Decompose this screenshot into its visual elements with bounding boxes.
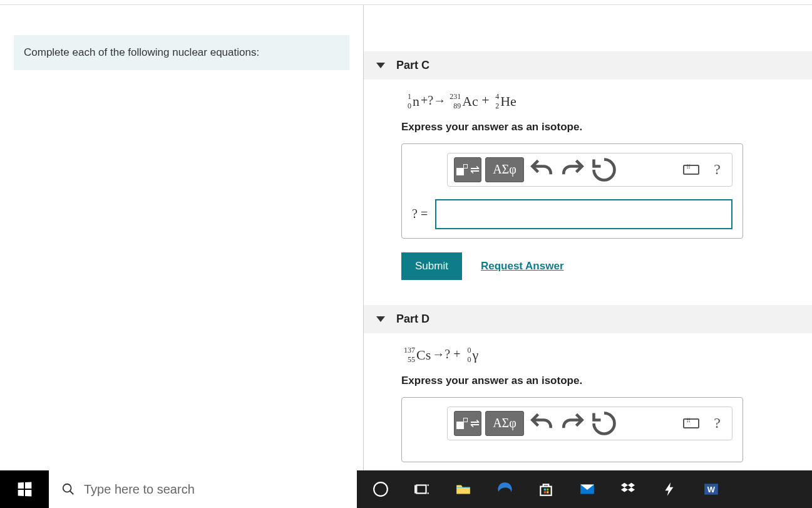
content-area: Complete each of the following nuclear e… [0, 5, 812, 470]
superscript-icon [456, 418, 468, 429]
keyboard-icon [683, 418, 699, 428]
undo-icon [528, 156, 555, 184]
help-button[interactable]: ? [709, 415, 726, 432]
part-d-title: Part D [396, 313, 429, 326]
edge-icon [496, 481, 513, 497]
atomic-number: 55 [408, 355, 415, 365]
atomic-number: 0 [408, 101, 411, 111]
arrows-icon: ⇌ [470, 163, 480, 177]
task-view-icon [414, 481, 430, 497]
superscript-icon [456, 164, 468, 175]
svg-text:W: W [707, 485, 716, 494]
part-c-body: 1 0 n +?→ 231 89 Ac + 4 2 He Express you… [364, 80, 812, 280]
keyboard-button[interactable] [677, 411, 705, 436]
reset-icon [590, 410, 618, 437]
store-button[interactable] [537, 480, 555, 498]
right-panel: Part C 1 0 n +?→ 231 89 Ac + 4 2 He [364, 5, 812, 470]
greek-letters-button[interactable]: ΑΣφ [485, 411, 524, 436]
redo-button[interactable] [559, 411, 587, 436]
element-symbol: He [499, 93, 516, 109]
submit-button[interactable]: Submit [401, 252, 462, 280]
undo-button[interactable] [528, 157, 555, 182]
element-symbol: n [411, 93, 419, 109]
svg-rect-3 [416, 485, 426, 494]
lightning-icon [662, 481, 678, 497]
windows-logo-icon [18, 482, 32, 496]
greek-letters-button[interactable]: ΑΣφ [485, 157, 524, 182]
part-c-equation: 1 0 n +?→ 231 89 Ac + 4 2 He [401, 92, 812, 110]
keyboard-icon [683, 165, 699, 175]
top-border [0, 0, 812, 5]
chevron-down-icon [376, 316, 385, 322]
mass-number: 1 [408, 92, 411, 101]
mass-number: 231 [450, 92, 461, 101]
svg-rect-11 [547, 491, 548, 493]
mass-number: 4 [495, 92, 499, 101]
reset-button[interactable] [590, 157, 618, 182]
template-button[interactable]: ⇌ [454, 411, 481, 436]
answer-input[interactable] [435, 199, 732, 229]
equation-text: + [478, 92, 493, 108]
part-c-header[interactable]: Part C [364, 51, 812, 80]
equation-text: +?→ [419, 93, 447, 107]
undo-button[interactable] [528, 411, 555, 436]
equation-toolbar: ⇌ ΑΣφ [447, 407, 732, 440]
part-d-instruction: Express your answer as an isotope. [401, 375, 812, 387]
search-placeholder: Type here to search [84, 482, 195, 497]
atomic-number: 2 [495, 101, 499, 111]
reset-icon [590, 156, 618, 184]
equation-text: →? + [431, 347, 465, 361]
help-button[interactable]: ? [709, 161, 726, 178]
part-d-equation: 137 55 Cs →? + 0 0 γ [401, 346, 812, 363]
windows-taskbar: Type here to search W [0, 470, 812, 508]
file-explorer-button[interactable] [455, 480, 472, 498]
cortana-button[interactable] [372, 480, 389, 498]
element-symbol: γ [471, 347, 478, 363]
atomic-number: 0 [467, 355, 471, 365]
svg-rect-10 [544, 491, 546, 493]
part-d-section: Part D 137 55 Cs →? + 0 0 γ Express your… [364, 305, 812, 462]
word-button[interactable]: W [702, 480, 720, 498]
svg-rect-8 [544, 489, 546, 490]
word-icon: W [703, 481, 719, 497]
app-button[interactable] [661, 480, 679, 498]
start-button[interactable] [0, 470, 49, 508]
mail-icon [579, 481, 595, 497]
template-button[interactable]: ⇌ [454, 157, 481, 182]
circle-icon [373, 481, 389, 497]
svg-line-1 [70, 491, 74, 495]
task-view-button[interactable] [413, 480, 431, 498]
element-symbol: Cs [415, 347, 431, 363]
redo-button[interactable] [559, 157, 587, 182]
mass-number: 137 [404, 346, 415, 355]
dropbox-button[interactable] [620, 480, 637, 498]
input-label: ? = [412, 207, 428, 221]
svg-point-2 [374, 482, 388, 496]
redo-icon [559, 410, 587, 437]
request-answer-link[interactable]: Request Answer [481, 260, 564, 272]
taskbar-icons: W [357, 470, 812, 508]
part-c-section: Part C 1 0 n +?→ 231 89 Ac + 4 2 He [364, 51, 812, 280]
part-d-answer-box: ⇌ ΑΣφ [401, 397, 743, 462]
arrows-icon: ⇌ [470, 417, 480, 430]
svg-rect-7 [540, 487, 551, 495]
svg-point-0 [63, 484, 71, 492]
edge-button[interactable] [496, 480, 513, 498]
taskbar-search[interactable]: Type here to search [49, 470, 357, 508]
mass-number: 0 [467, 346, 471, 355]
part-d-body: 137 55 Cs →? + 0 0 γ Express your answer… [364, 333, 812, 462]
part-c-answer-box: ⇌ ΑΣφ [401, 143, 743, 239]
folder-icon [455, 481, 471, 497]
store-icon [538, 481, 554, 497]
action-row: Submit Request Answer [401, 252, 812, 280]
search-icon [61, 482, 75, 496]
part-c-title: Part C [396, 59, 429, 72]
redo-icon [559, 156, 587, 184]
svg-rect-9 [547, 489, 548, 490]
mail-button[interactable] [578, 480, 596, 498]
reset-button[interactable] [590, 411, 618, 436]
dropbox-icon [620, 481, 637, 497]
equation-toolbar: ⇌ ΑΣφ [447, 153, 732, 187]
keyboard-button[interactable] [677, 157, 705, 182]
part-d-header[interactable]: Part D [364, 305, 812, 333]
